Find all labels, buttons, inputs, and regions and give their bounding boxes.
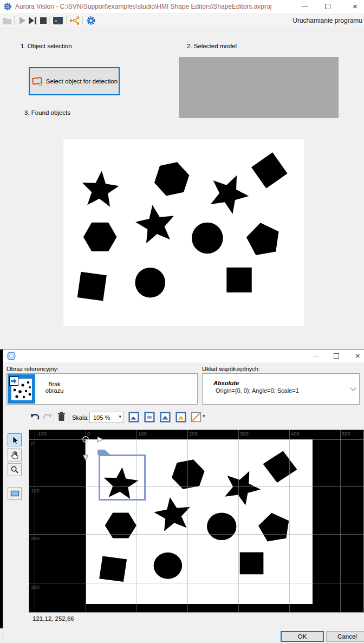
select-object-button-label: Select object for detection [46,78,118,85]
scale-combo-caret-icon: ▾ [119,414,121,419]
ruler-label: 100 [31,488,40,493]
gridline [29,534,364,535]
settings-gear-icon[interactable] [86,16,96,25]
run-icon[interactable] [17,16,27,25]
dialog-close-button[interactable]: × [355,352,360,360]
zoom-fit-selection-icon[interactable] [176,412,186,423]
app-gear-icon [3,2,12,11]
zoom-fit-image-icon[interactable] [128,412,139,423]
ruler-label: 200 [189,431,198,437]
magnifier-icon [10,465,19,474]
ok-button[interactable]: OK [281,631,324,642]
redo-icon[interactable] [43,412,53,421]
scale-combo[interactable]: 105 % ▾ [89,412,124,423]
image-thumbnail-tile [8,374,35,404]
open-folder-icon[interactable] [2,16,12,25]
maximize-button[interactable] [325,4,330,9]
region-tool-caret-icon[interactable]: ▾ [203,413,205,419]
gridline [340,430,341,613]
rectangle-region-icon [31,76,44,87]
gridline [289,430,290,613]
tool-select-button[interactable] [8,433,22,446]
delete-trash-icon[interactable] [57,412,66,421]
zoom-actual-size-icon[interactable] [144,412,155,423]
main-toolbar: >_ Uruchamianie programu [0,13,364,28]
gridline [29,583,364,583]
coordinate-system-name: Absolute [213,380,239,386]
ok-button-label: OK [298,633,307,640]
gridline [238,430,239,613]
cancel-button[interactable]: Cancel [326,631,364,642]
reference-image-value: Brak obrazu [40,381,69,394]
reference-image-value-line2: obrazu [40,387,69,394]
toolbar-separator [54,412,54,421]
ruler-label: 100 [138,431,147,437]
scale-value: 105 % [93,414,110,421]
toolbar-separator [69,412,69,421]
main-titlebar: Aurora Vision - C:\SVN\Support\examples\… [0,0,364,13]
ruler-label: 400 [291,431,300,437]
console-icon[interactable]: >_ [53,16,63,25]
selected-model-preview [179,57,339,118]
ruler-label: 300 [31,584,40,590]
dialog-titlebar: Rectangle2D Editor × [3,350,364,362]
shapes-svg [63,139,304,326]
hand-icon [10,451,20,460]
arrow-overlay-icon [9,376,18,386]
chevron-down-icon [350,385,356,391]
dialog-icon [7,352,16,360]
reference-image-value-line1: Brak [40,381,69,387]
stop-icon[interactable] [38,16,48,25]
tool-pan-button[interactable] [8,449,22,462]
ruler-label: 0 [31,440,34,446]
found-objects-image [63,139,304,327]
toolbar-separator [49,16,50,25]
dialog-minimize-button[interactable] [313,356,318,356]
gridline [29,486,364,487]
svg-text:>_: >_ [55,18,60,23]
gridline [187,430,188,613]
screen: Aurora Vision - C:\SVN\Support\examples\… [0,0,364,643]
scale-label: Skala: [72,414,89,421]
coordinate-system-label: Układ współrzędnych: [202,366,260,372]
selection-rectangle[interactable] [99,454,146,501]
reference-image-combo[interactable]: Brak obrazu [6,373,198,405]
select-object-button[interactable]: Select object for detection [29,67,120,95]
cursor-arrow-icon [10,436,19,445]
zoom-fit-width-icon[interactable] [160,412,171,423]
cancel-button-label: Cancel [337,633,357,640]
ruler-label: 200 [31,535,40,541]
run-mode-label: Uruchamianie programu [292,17,362,24]
program-graph-icon[interactable] [69,16,80,25]
section2-label: 2. Selected model [187,43,237,49]
dialog-canvas[interactable]: -10001002003004005000100200300 [29,430,364,613]
cursor-coordinates: 121,12, 252,66 [32,615,74,622]
reference-image-label: Obraz referencyjny: [6,366,58,372]
toolbar-separator [66,16,67,25]
coordinate-system-details: Origin=(0, 0); Angle=0; Scale=1 [216,387,299,394]
main-window-title: Aurora Vision - C:\SVN\Support\examples\… [15,3,271,10]
region-tool-icon[interactable] [191,412,202,423]
toolbar-separator [14,16,15,25]
rectangle-shape-icon [10,490,20,497]
ruler-label: 300 [240,431,249,437]
ruler-label: 500 [342,431,350,437]
dialog-maximize-button[interactable] [334,353,339,359]
run-to-end-icon[interactable] [28,16,37,25]
minimize-button[interactable] [302,7,308,7]
toolbar-separator [82,16,83,25]
gridline [29,439,364,440]
undo-icon[interactable] [30,412,40,421]
section1-label: 1. Object selection [21,43,72,49]
section3-label: 3. Found objects [24,109,70,116]
ruler-label: -100 [36,431,47,437]
coordinate-system-combo[interactable]: Absolute Origin=(0, 0); Angle=0; Scale=1 [202,373,360,405]
close-button[interactable]: × [353,2,358,10]
tool-rectangle-button[interactable] [8,487,22,500]
tool-zoom-button[interactable] [8,463,22,476]
